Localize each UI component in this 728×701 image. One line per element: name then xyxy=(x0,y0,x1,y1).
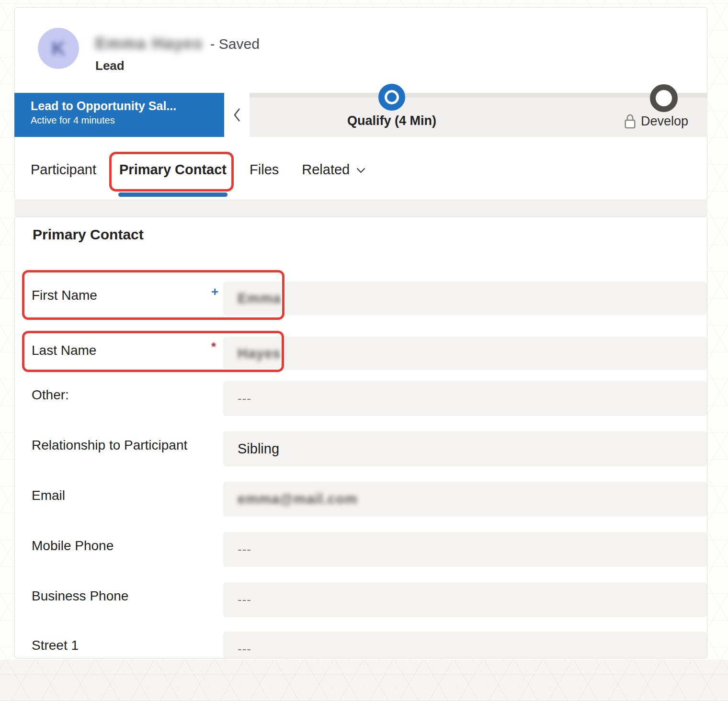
field-value: Sibling xyxy=(238,441,279,457)
required-marker: * xyxy=(211,339,216,354)
field-value: Hayes xyxy=(238,346,281,362)
recommended-marker: + xyxy=(211,284,218,299)
form-field-row: Business Phone--- xyxy=(15,582,707,617)
field-value-box[interactable]: --- xyxy=(223,582,707,617)
field-value: --- xyxy=(238,391,251,406)
field-label: Business Phone xyxy=(32,588,128,604)
field-value-box[interactable]: --- xyxy=(223,532,707,567)
record-title-row: Emma Hayes - Saved xyxy=(95,34,260,53)
entity-type-label: Lead xyxy=(95,58,125,73)
form-field-row: Relationship to ParticipantSibling xyxy=(15,431,707,466)
field-label: Other: xyxy=(32,387,69,403)
radio-dot xyxy=(387,92,397,102)
record-name: Emma Hayes xyxy=(95,34,203,53)
field-label: Street 1 xyxy=(32,638,79,653)
record-avatar: K xyxy=(38,28,79,69)
field-label: First Name xyxy=(32,288,97,303)
chevron-left-icon xyxy=(233,107,241,123)
tab-participant[interactable]: Participant xyxy=(31,155,96,184)
business-process-flow: Lead to Opportunity Sal... Active for 4 … xyxy=(15,93,707,137)
form-field-row: Last Name*Hayes xyxy=(15,337,707,370)
tab-files[interactable]: Files xyxy=(250,155,279,184)
field-value-box[interactable]: --- xyxy=(223,381,707,416)
stage-develop-label: Develop xyxy=(641,114,688,129)
radio-active-icon[interactable] xyxy=(378,84,405,111)
background-pattern-strip xyxy=(0,660,728,701)
form-field-row: Street 1--- xyxy=(15,632,707,658)
field-value-box[interactable]: Hayes xyxy=(223,337,707,370)
bpf-collapse-button[interactable] xyxy=(224,93,250,137)
record-header-card: K Emma Hayes - Saved Lead Lead to Opport… xyxy=(14,7,707,200)
field-value-box[interactable]: Sibling xyxy=(223,431,707,466)
field-value: Emma xyxy=(238,291,281,306)
field-label: Mobile Phone xyxy=(32,538,114,554)
form-field-row: First Name+Emma xyxy=(15,282,707,315)
bpf-connector-band xyxy=(250,93,707,98)
field-label: Email xyxy=(32,488,65,503)
stage-circle-icon[interactable] xyxy=(650,84,678,112)
field-label: Relationship to Participant xyxy=(32,438,187,453)
save-status: - Saved xyxy=(210,36,259,52)
tab-primary-contact[interactable]: Primary Contact xyxy=(119,155,227,184)
section-title: Primary Contact xyxy=(33,226,144,243)
avatar-initial: K xyxy=(52,38,66,59)
tab-label: Primary Contact xyxy=(119,155,227,184)
tab-label: Related xyxy=(302,155,350,184)
tab-label: Participant xyxy=(31,155,96,184)
tab-related[interactable]: Related xyxy=(302,155,365,184)
form-section-card: Primary Contact First Name+EmmaLast Name… xyxy=(14,216,707,658)
stage-develop[interactable]: Develop xyxy=(624,113,688,129)
bpf-process-status: Active for 4 minutes xyxy=(31,114,224,126)
field-value-box[interactable]: emma@mail.com xyxy=(223,482,707,517)
bpf-process-button[interactable]: Lead to Opportunity Sal... Active for 4 … xyxy=(14,93,224,137)
card-gap xyxy=(14,200,707,216)
chevron-down-icon xyxy=(356,168,365,173)
field-value-box[interactable]: Emma xyxy=(223,282,707,315)
form-tabs: ParticipantPrimary ContactFilesRelated xyxy=(15,151,707,187)
bpf-process-name: Lead to Opportunity Sal... xyxy=(31,98,224,114)
field-value: --- xyxy=(238,592,251,607)
field-value: --- xyxy=(238,542,251,557)
field-value: --- xyxy=(238,642,251,656)
form-field-row: Emailemma@mail.com xyxy=(15,482,707,517)
tab-label: Files xyxy=(250,155,279,184)
form-field-row: Other:--- xyxy=(15,381,707,416)
lock-icon xyxy=(624,113,636,129)
field-value-box[interactable]: --- xyxy=(223,632,707,658)
form-field-row: Mobile Phone--- xyxy=(15,532,707,567)
field-label: Last Name xyxy=(32,343,96,358)
stage-qualify-label[interactable]: Qualify (4 Min) xyxy=(330,113,454,128)
page: { "header": { "record_name": "Emma Hayes… xyxy=(0,0,728,701)
field-value: emma@mail.com xyxy=(238,491,358,507)
